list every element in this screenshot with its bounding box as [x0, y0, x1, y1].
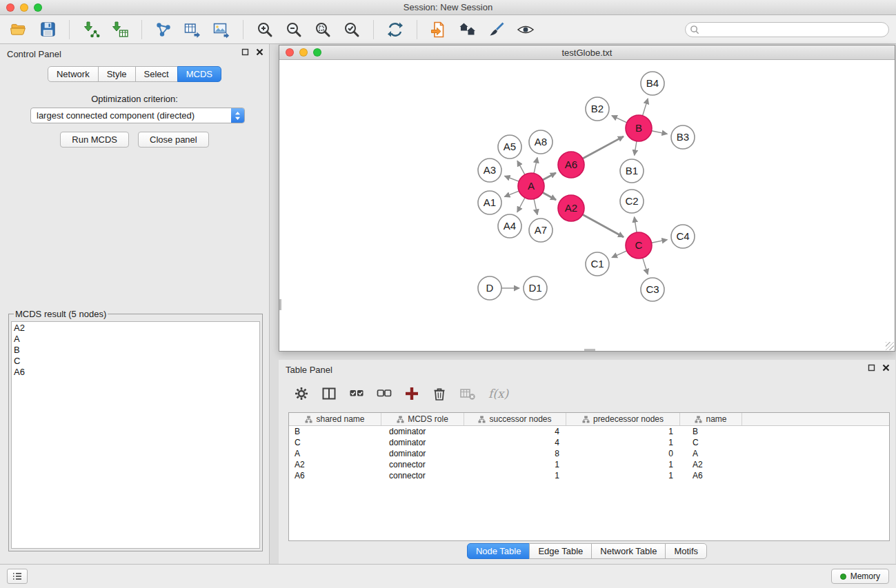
import-network-from-file-button[interactable] [79, 19, 103, 41]
search-input[interactable] [685, 22, 889, 37]
show-columns-icon[interactable] [321, 386, 337, 401]
edge-A-A7[interactable] [534, 199, 537, 215]
table-cell[interactable]: A [680, 448, 742, 459]
add-column-icon[interactable] [404, 386, 419, 401]
node-A5[interactable]: A5 [498, 135, 521, 159]
node-C2[interactable]: C2 [620, 190, 644, 213]
table-cell[interactable]: 1 [464, 459, 566, 470]
edge-B-B2[interactable] [612, 116, 627, 123]
run-mcds-button[interactable]: Run MCDS [60, 132, 129, 148]
resize-grip[interactable] [886, 342, 894, 350]
network-snapshot-button[interactable] [427, 19, 450, 41]
table-cell[interactable]: dominator [381, 437, 464, 448]
node-C1[interactable]: C1 [586, 252, 609, 276]
node-A4[interactable]: A4 [498, 214, 521, 238]
table-cell[interactable]: A [289, 448, 381, 459]
memory-button[interactable]: Memory [831, 569, 889, 584]
edge-C-C2[interactable] [635, 217, 637, 233]
network-window-titlebar[interactable]: testGlobe.txt [279, 45, 895, 60]
node-D1[interactable]: D1 [524, 276, 547, 300]
column-header-predecessor-nodes[interactable]: predecessor nodes [566, 413, 680, 425]
table-cell[interactable]: connector [381, 459, 464, 470]
table-cell[interactable]: 1 [464, 470, 566, 481]
node-C4[interactable]: C4 [671, 225, 695, 248]
table-cell[interactable]: 0 [566, 448, 680, 459]
tab-motifs[interactable]: Motifs [665, 543, 707, 559]
zoom-fit-button[interactable] [311, 19, 335, 41]
edge-A-A8[interactable] [534, 157, 537, 173]
deselect-all-icon[interactable] [377, 386, 392, 401]
mcds-result-item[interactable]: A6 [14, 367, 257, 378]
column-header-successor-nodes[interactable]: successor nodes [464, 413, 566, 425]
table-cell[interactable]: 4 [464, 437, 566, 448]
minimize-window-icon[interactable] [20, 3, 28, 12]
node-A1[interactable]: A1 [478, 191, 501, 214]
network-canvas[interactable]: B4B2BB3A5A8A6A3B1AC2A1A2A4A7C4CC1DD1C3 [279, 60, 895, 351]
table-row[interactable]: Bdominator41B [289, 426, 889, 437]
table-row[interactable]: A6connector11A6 [289, 470, 889, 481]
zoom-out-button[interactable] [282, 19, 306, 41]
table-cell[interactable]: 8 [464, 448, 566, 459]
tab-network-table[interactable]: Network Table [591, 543, 666, 559]
network-close-icon[interactable] [286, 48, 294, 57]
float-table-panel-icon[interactable] [868, 364, 875, 372]
float-panel-icon[interactable] [241, 48, 249, 56]
open-file-button[interactable] [7, 19, 30, 41]
node-C[interactable]: C [626, 232, 652, 258]
table-cell[interactable]: C [680, 437, 742, 448]
network-zoom-icon[interactable] [313, 48, 321, 57]
node-A2[interactable]: A2 [558, 195, 584, 221]
task-history-button[interactable] [7, 569, 28, 584]
table-cell[interactable]: 1 [566, 426, 680, 437]
table-cell[interactable]: A6 [680, 470, 742, 481]
table-cell[interactable]: A6 [289, 470, 381, 481]
style-brush-button[interactable] [485, 19, 508, 41]
edge-C-C4[interactable] [652, 240, 668, 243]
delete-column-icon[interactable] [432, 386, 447, 401]
edge-A-A2[interactable] [543, 192, 556, 200]
table-cell[interactable]: B [289, 426, 381, 437]
zoom-selected-button[interactable] [340, 19, 364, 41]
node-A7[interactable]: A7 [529, 219, 552, 242]
export-image-button[interactable] [210, 19, 233, 41]
edge-B-B4[interactable] [643, 99, 648, 116]
function-builder-button[interactable]: f(x) [488, 387, 508, 401]
close-panel-button[interactable]: Close panel [138, 132, 209, 148]
edge-A6-B[interactable] [583, 136, 624, 159]
edge-A-A3[interactable] [504, 176, 519, 181]
mcds-result-item[interactable]: B [14, 345, 257, 356]
close-panel-icon[interactable] [256, 48, 263, 56]
edge-C-C1[interactable] [612, 251, 627, 258]
column-header-shared-name[interactable]: shared name [289, 413, 381, 425]
edge-A-A5[interactable] [517, 161, 525, 174]
close-window-icon[interactable] [6, 3, 14, 12]
table-cell[interactable]: dominator [381, 426, 464, 437]
tab-mcds[interactable]: MCDS [177, 66, 221, 82]
table-row[interactable]: Adominator80A [289, 448, 889, 459]
save-session-button[interactable] [36, 19, 59, 41]
table-cell[interactable]: connector [381, 470, 464, 481]
node-B[interactable]: B [626, 115, 652, 141]
node-D[interactable]: D [478, 276, 501, 300]
table-cell[interactable]: A2 [289, 459, 381, 470]
column-header-MCDS-role[interactable]: MCDS role [381, 413, 464, 425]
tab-node-table[interactable]: Node Table [467, 543, 530, 559]
tab-style[interactable]: Style [98, 66, 136, 82]
node-C3[interactable]: C3 [641, 278, 664, 301]
table-cell[interactable]: 1 [566, 470, 680, 481]
show-hide-button[interactable] [514, 19, 537, 41]
zoom-window-icon[interactable] [34, 3, 42, 12]
edge-B-B1[interactable] [635, 141, 637, 156]
mcds-result-list[interactable]: A2ABCA6 [11, 321, 260, 549]
table-row[interactable]: A2connector11A2 [289, 459, 889, 470]
table-cell[interactable]: 4 [464, 426, 566, 437]
table-cell[interactable]: 1 [566, 437, 680, 448]
table-cell[interactable]: dominator [381, 448, 464, 459]
edge-A-A1[interactable] [504, 191, 519, 196]
new-network-button[interactable] [152, 19, 175, 41]
tab-edge-table[interactable]: Edge Table [529, 543, 592, 559]
new-table-button[interactable] [181, 19, 204, 41]
mcds-result-item[interactable]: A2 [14, 323, 257, 334]
table-cell[interactable]: C [289, 437, 381, 448]
node-A[interactable]: A [518, 173, 544, 199]
